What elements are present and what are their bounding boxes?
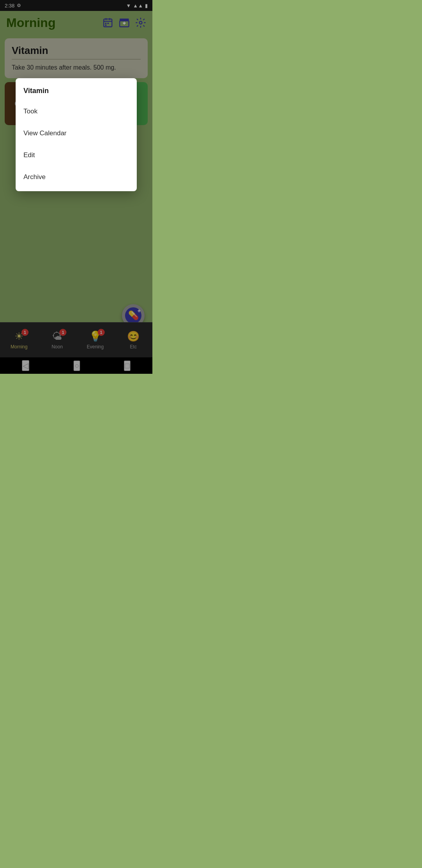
context-menu-item-archive[interactable]: Archive [16,166,137,188]
context-menu-item-took[interactable]: Took [16,100,137,122]
context-menu-item-view-calendar[interactable]: View Calendar [16,122,137,144]
context-menu: Vitamin Took View Calendar Edit Archive [16,78,137,191]
context-menu-header: Vitamin [16,81,137,100]
context-menu-item-edit[interactable]: Edit [16,144,137,166]
